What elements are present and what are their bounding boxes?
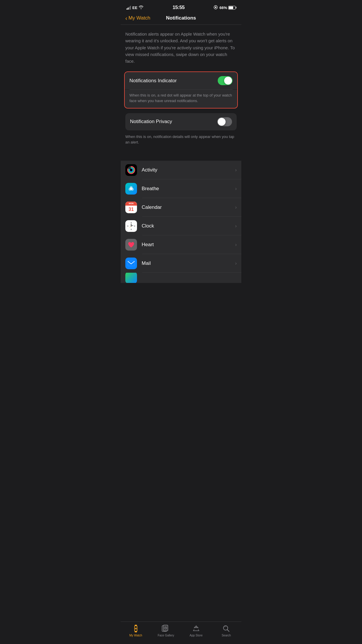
back-label: My Watch bbox=[129, 15, 150, 21]
notifications-indicator-group: Notifications Indicator When this is on,… bbox=[124, 71, 238, 108]
page-title: Notifications bbox=[166, 15, 196, 21]
notifications-indicator-label: Notifications Indicator bbox=[129, 78, 177, 84]
app-name-breathe: Breathe bbox=[142, 186, 235, 192]
chevron-right-calendar: › bbox=[235, 205, 237, 210]
app-name-calendar: Calendar bbox=[142, 204, 235, 210]
calendar-icon: MON 31 bbox=[125, 202, 137, 213]
chevron-right-heart: › bbox=[235, 242, 237, 247]
svg-point-11 bbox=[130, 187, 133, 190]
carrier-label: EE bbox=[132, 6, 137, 10]
mail-icon bbox=[125, 258, 137, 269]
notification-privacy-toggle[interactable] bbox=[217, 117, 232, 126]
wifi-icon bbox=[139, 5, 143, 10]
status-bar: EE 15:55 66% bbox=[121, 0, 241, 13]
back-button[interactable]: ‹ My Watch bbox=[125, 15, 154, 21]
status-right: 66% bbox=[214, 5, 236, 10]
description-text: Notification alerts appear on Apple Watc… bbox=[125, 31, 237, 64]
back-chevron-icon: ‹ bbox=[125, 15, 127, 21]
app-row-partial[interactable] bbox=[121, 273, 241, 283]
notifications-indicator-desc-text: When this is on, a red dot will appear a… bbox=[129, 92, 233, 104]
signal-bars bbox=[126, 6, 131, 10]
notifications-indicator-toggle[interactable] bbox=[218, 76, 233, 85]
app-row-breathe[interactable]: Breathe › bbox=[121, 179, 241, 198]
nav-header: ‹ My Watch Notifications bbox=[121, 13, 241, 25]
heart-icon bbox=[125, 239, 137, 251]
status-left: EE bbox=[126, 5, 143, 10]
battery-icon bbox=[228, 6, 236, 10]
svg-rect-21 bbox=[128, 261, 135, 266]
content: Notification alerts appear on Apple Watc… bbox=[121, 25, 241, 283]
app-row-mail[interactable]: Mail › bbox=[121, 254, 241, 273]
notification-privacy-desc-section: When this is on, notification details wi… bbox=[121, 132, 241, 150]
app-name-heart: Heart bbox=[142, 242, 235, 248]
lock-icon bbox=[214, 5, 218, 10]
notifications-indicator-description: When this is on, a red dot will appear a… bbox=[125, 90, 237, 108]
app-name-mail: Mail bbox=[142, 260, 235, 266]
notifications-indicator-row: Notifications Indicator bbox=[125, 72, 237, 89]
activity-icon bbox=[125, 164, 137, 176]
section-divider bbox=[121, 150, 241, 161]
app-row-clock[interactable]: Clock › bbox=[121, 217, 241, 235]
notification-privacy-label: Notification Privacy bbox=[130, 119, 172, 125]
chevron-right-breathe: › bbox=[235, 186, 237, 191]
app-name-activity: Activity bbox=[142, 167, 235, 173]
battery-container: 66% bbox=[219, 6, 236, 10]
app-row-calendar[interactable]: MON 31 Calendar › bbox=[121, 198, 241, 217]
app-row-heart[interactable]: Heart › bbox=[121, 235, 241, 254]
svg-point-20 bbox=[131, 225, 132, 226]
description-section: Notification alerts appear on Apple Watc… bbox=[121, 25, 241, 71]
partial-app-icon bbox=[125, 273, 137, 283]
app-name-clock: Clock bbox=[142, 223, 235, 229]
battery-percent: 66% bbox=[219, 6, 227, 10]
status-time: 15:55 bbox=[173, 5, 184, 10]
clock-icon bbox=[125, 220, 137, 232]
app-list: Activity › Breathe › MON bbox=[121, 161, 241, 283]
notification-privacy-row: Notification Privacy bbox=[125, 113, 237, 130]
notification-privacy-group: Notification Privacy bbox=[125, 113, 237, 130]
app-row-activity[interactable]: Activity › bbox=[121, 161, 241, 179]
chevron-right-clock: › bbox=[235, 223, 237, 229]
chevron-right-mail: › bbox=[235, 261, 237, 266]
breathe-icon bbox=[125, 183, 137, 195]
chevron-right-activity: › bbox=[235, 167, 237, 173]
svg-point-1 bbox=[215, 6, 216, 8]
notification-privacy-desc-text: When this is on, notification details wi… bbox=[125, 134, 237, 145]
